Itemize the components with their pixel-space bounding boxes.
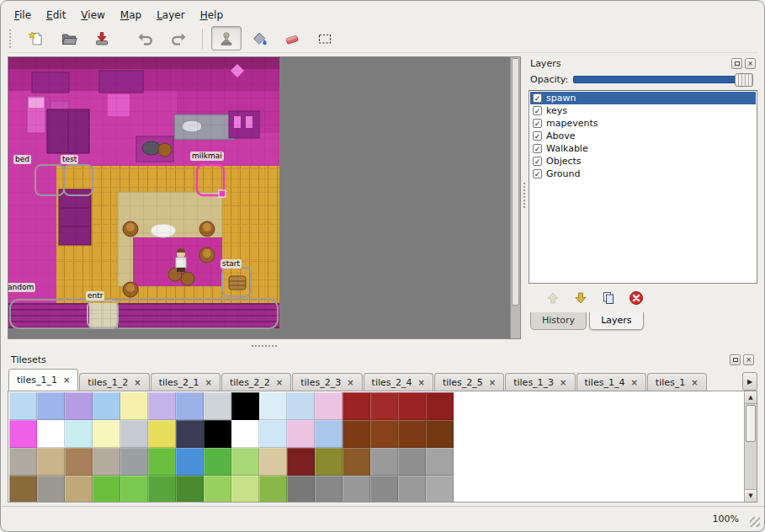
layer-row-keys[interactable]: ✓keys [530, 104, 756, 117]
layer-visibility-checkbox[interactable]: ✓ [533, 131, 542, 141]
tileset-tab-tiles_1_3[interactable]: tiles_1_3× [505, 373, 575, 391]
map-object-label[interactable]: milkmai [190, 152, 224, 161]
open-file-button[interactable] [54, 26, 84, 51]
tile[interactable] [231, 448, 259, 476]
layer-row-mapevents[interactable]: ✓mapevents [530, 117, 756, 130]
tileset-tab-tiles_1_4[interactable]: tiles_1_4× [576, 373, 646, 391]
tile[interactable] [9, 476, 37, 503]
menu-map[interactable]: Map [114, 8, 148, 23]
tileset-tab-tiles_1_1[interactable]: tiles_1_1× [8, 369, 78, 391]
tile[interactable] [176, 476, 204, 503]
close-panel-button[interactable]: × [743, 354, 754, 365]
menu-layer[interactable]: Layer [150, 8, 191, 23]
menu-file[interactable]: File [8, 8, 38, 23]
tile[interactable] [231, 420, 259, 448]
tile[interactable] [287, 420, 315, 448]
horizontal-splitter[interactable] [8, 341, 521, 351]
tile[interactable] [176, 392, 204, 420]
tile[interactable] [398, 420, 426, 448]
tile[interactable] [9, 392, 37, 420]
redo-button[interactable] [163, 26, 194, 51]
layer-row-Walkable[interactable]: ✓Walkable [530, 142, 756, 155]
tile[interactable] [120, 420, 148, 448]
tile[interactable] [93, 392, 120, 420]
tile[interactable] [259, 448, 287, 476]
tile[interactable] [65, 392, 93, 420]
tile[interactable] [148, 392, 176, 420]
tile[interactable] [370, 448, 398, 476]
tab-close-icon[interactable]: × [134, 378, 141, 387]
tileset-tab-tiles_1_2[interactable]: tiles_1_2× [79, 373, 149, 391]
tile[interactable] [148, 448, 176, 476]
tool-stamp[interactable] [211, 26, 242, 51]
tile[interactable] [204, 448, 231, 476]
vertical-splitter[interactable] [523, 56, 526, 339]
save-file-button[interactable] [87, 26, 117, 51]
tileset-tab-tiles_2_4[interactable]: tiles_2_4× [364, 373, 433, 391]
tile[interactable] [93, 476, 120, 503]
tile[interactable] [204, 420, 231, 448]
layer-row-spawn[interactable]: ✓spawn [530, 92, 756, 104]
tile[interactable] [259, 392, 287, 420]
map-object-label[interactable]: start [220, 259, 242, 269]
tile[interactable] [176, 448, 204, 476]
tile[interactable] [204, 392, 231, 420]
scroll-thumb[interactable] [746, 405, 756, 442]
tile[interactable] [315, 476, 343, 503]
tile[interactable] [343, 420, 370, 448]
tool-bucket-fill[interactable] [244, 26, 274, 51]
tab-history[interactable]: History [530, 312, 587, 330]
tile[interactable] [231, 392, 259, 420]
map-vertical-scrollbar[interactable] [510, 57, 520, 338]
tab-close-icon[interactable]: × [276, 378, 283, 387]
tab-scroll-right-button[interactable]: ▶ [742, 372, 757, 391]
tile[interactable] [37, 476, 65, 503]
tile[interactable] [370, 420, 398, 448]
tile[interactable] [259, 476, 287, 503]
tool-eraser[interactable] [277, 26, 307, 51]
undo-button[interactable] [130, 26, 161, 51]
tile[interactable] [287, 476, 315, 503]
tile-grid[interactable] [9, 392, 454, 503]
tile[interactable] [65, 420, 93, 448]
tileset-tab-tiles_2_3[interactable]: tiles_2_3× [292, 373, 362, 391]
scroll-down-button[interactable]: ▼ [745, 489, 757, 502]
layer-row-Ground[interactable]: ✓Ground [530, 168, 756, 180]
tile[interactable] [204, 476, 231, 503]
tile[interactable] [148, 476, 176, 503]
tile[interactable] [148, 420, 176, 448]
map-object-label[interactable]: test [61, 155, 78, 164]
tile[interactable] [9, 448, 37, 476]
tile[interactable] [398, 448, 426, 476]
tab-close-icon[interactable]: × [417, 378, 424, 387]
menu-help[interactable]: Help [194, 8, 230, 23]
opacity-slider-handle[interactable] [735, 73, 753, 87]
tile[interactable] [65, 476, 93, 503]
tab-close-icon[interactable]: × [630, 378, 637, 387]
new-file-button[interactable] [21, 26, 51, 51]
map-object-label[interactable]: andom [8, 283, 35, 292]
tile[interactable] [37, 420, 65, 448]
opacity-slider[interactable] [573, 76, 753, 83]
tile[interactable] [176, 420, 204, 448]
map-canvas[interactable] [8, 57, 510, 338]
layer-visibility-checkbox[interactable]: ✓ [533, 106, 542, 115]
layer-visibility-checkbox[interactable]: ✓ [533, 119, 542, 128]
tile[interactable] [37, 392, 65, 420]
tile[interactable] [343, 392, 370, 420]
tab-close-icon[interactable]: × [489, 378, 496, 387]
tile[interactable] [120, 476, 148, 503]
tab-close-icon[interactable]: × [560, 378, 566, 387]
menu-view[interactable]: View [74, 8, 111, 23]
layer-visibility-checkbox[interactable]: ✓ [533, 144, 542, 153]
tile[interactable] [120, 448, 148, 476]
tool-rect-select[interactable] [310, 26, 340, 51]
tileset-tab-tiles_2_5[interactable]: tiles_2_5× [434, 373, 504, 391]
tile[interactable] [315, 420, 343, 448]
delete-layer-button[interactable] [627, 290, 645, 306]
tile[interactable] [426, 448, 454, 476]
float-panel-button[interactable] [730, 354, 741, 365]
tile[interactable] [426, 476, 454, 503]
tile[interactable] [120, 392, 148, 420]
tile[interactable] [93, 420, 120, 448]
